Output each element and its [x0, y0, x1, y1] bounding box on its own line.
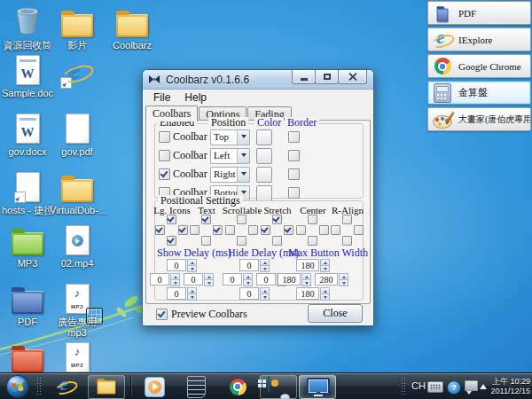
preview-coolbars-checkbox[interactable]	[156, 309, 168, 320]
show-delay-right-spinner[interactable]: 0	[184, 273, 214, 286]
maximize-button[interactable]	[315, 70, 339, 84]
spinner-value[interactable]: 0	[239, 259, 259, 271]
spin-down-button[interactable]	[243, 279, 253, 286]
max-width-top-spinner[interactable]: 180	[296, 259, 330, 271]
spinner-value[interactable]: 0	[167, 287, 186, 300]
coolbar1-enabled-checkbox[interactable]	[159, 131, 170, 143]
r-align-left-checkbox[interactable]	[331, 225, 340, 235]
stretch-left-checkbox[interactable]	[261, 225, 270, 235]
spin-down-button[interactable]	[260, 293, 270, 301]
spinner-value[interactable]: 180	[278, 273, 301, 286]
scrollable-top-checkbox[interactable]	[237, 215, 246, 224]
coolbar4-color-button[interactable]	[256, 185, 272, 201]
r-align-right-checkbox[interactable]	[354, 225, 364, 235]
text-left-checkbox[interactable]	[190, 225, 200, 235]
max-width-right-spinner[interactable]: 280	[315, 273, 348, 286]
coolbar-button-iexplore[interactable]: IExplore	[427, 27, 531, 51]
coolbar-button-calculator[interactable]: 金算盤	[427, 81, 531, 105]
taskbar-internet-explorer[interactable]	[50, 375, 82, 398]
lg-icons-top-checkbox[interactable]	[167, 215, 176, 224]
desktop-icon-mp3-folder[interactable]: MP3	[0, 223, 55, 269]
text-top-checkbox[interactable]	[201, 215, 211, 224]
spin-down-button[interactable]	[187, 265, 197, 272]
spin-down-button[interactable]	[320, 265, 330, 272]
stretch-top-checkbox[interactable]	[272, 215, 282, 224]
start-button[interactable]	[4, 373, 31, 399]
tray-device-caret-icon[interactable]	[466, 391, 472, 397]
spinner-value[interactable]: 0	[184, 273, 203, 286]
small-calculator-app-icon[interactable]	[86, 308, 103, 325]
tab-coolbars[interactable]: Coolbars	[145, 106, 198, 121]
scrollable-left-checkbox[interactable]	[225, 225, 235, 235]
desktop-icon-02-mp4[interactable]: 02.mp4	[50, 223, 105, 269]
taskbar-windows-explorer[interactable]	[88, 375, 125, 399]
desktop-icon-pdf-folder[interactable]: PDF	[0, 282, 55, 327]
lg-icons-left-checkbox[interactable]	[155, 225, 165, 235]
coolbar1-border-checkbox[interactable]	[288, 131, 300, 143]
coolbar-button-paint[interactable]: 大畫家(唐伯虎專用)	[427, 107, 531, 131]
quick-launch-grip[interactable]	[36, 377, 42, 396]
minimize-button[interactable]	[292, 70, 316, 84]
text-right-checkbox[interactable]	[213, 225, 223, 235]
taskbar-clock[interactable]: 上午 10:29 2011/12/15	[486, 377, 530, 396]
desktop-icon-sample-doc[interactable]: W Sample.doc	[0, 53, 55, 98]
hide-delay-left-spinner[interactable]: 0	[223, 273, 253, 286]
close-button[interactable]: Close	[308, 304, 363, 323]
dropdown-button[interactable]	[237, 130, 249, 145]
spin-down-button[interactable]	[204, 279, 214, 286]
spinner-value[interactable]: 180	[296, 287, 319, 300]
coolbar2-enabled-checkbox[interactable]	[159, 150, 170, 161]
stretch-bottom-checkbox[interactable]	[272, 236, 282, 246]
menu-file[interactable]: File	[146, 90, 177, 105]
desktop-icon-gov-docx[interactable]: W gov.docx	[0, 112, 55, 157]
center-left-checkbox[interactable]	[296, 225, 306, 235]
coolbar2-position-dropdown[interactable]: Left	[210, 148, 250, 164]
spinner-value[interactable]: 180	[296, 259, 319, 271]
dropdown-button[interactable]	[237, 168, 249, 182]
r-align-bottom-checkbox[interactable]	[342, 236, 352, 246]
coolbar2-color-button[interactable]	[256, 148, 272, 164]
desktop-icon-coolbarz-folder[interactable]: Coolbarz	[105, 5, 160, 51]
coolbar3-border-checkbox[interactable]	[288, 168, 300, 180]
coolbar-button-google-chrome[interactable]: Google Chrome	[427, 54, 531, 78]
desktop-icon-internet-explorer[interactable]	[50, 55, 105, 90]
show-delay-bottom-spinner[interactable]: 0	[167, 287, 197, 300]
max-width-bottom-spinner[interactable]: 180	[296, 287, 330, 300]
desktop-icon-virtualdub-folder[interactable]: VirtualDub-...	[50, 170, 105, 215]
dropdown-button[interactable]	[237, 149, 249, 163]
taskbar-notepad[interactable]	[179, 375, 213, 398]
coolbar3-color-button[interactable]	[256, 167, 272, 183]
spinner-value[interactable]: 0	[150, 273, 169, 286]
hide-delay-top-spinner[interactable]: 0	[239, 259, 270, 271]
center-top-checkbox[interactable]	[308, 215, 317, 224]
spinner-value[interactable]: 0	[239, 287, 259, 300]
spin-down-button[interactable]	[339, 279, 348, 286]
coolbar1-position-dropdown[interactable]: Top	[210, 129, 250, 145]
close-window-button[interactable]	[338, 70, 367, 84]
desktop-icon-recycle-bin[interactable]: 資源回收筒	[0, 5, 55, 51]
desktop-icon-gov-pdf[interactable]: gov.pdf	[50, 112, 105, 157]
center-right-checkbox[interactable]	[319, 225, 329, 235]
ime-help-icon[interactable]	[447, 380, 461, 395]
spinner-value[interactable]: 0	[256, 273, 276, 286]
coolbar3-position-dropdown[interactable]: Right	[210, 167, 250, 183]
tray-grip[interactable]	[401, 377, 406, 396]
show-delay-top-spinner[interactable]: 0	[167, 259, 197, 271]
taskbar-display-settings[interactable]	[260, 375, 297, 399]
spinner-value[interactable]: 0	[167, 259, 186, 271]
show-delay-left-spinner[interactable]: 0	[150, 273, 180, 286]
max-width-left-spinner[interactable]: 180	[278, 273, 311, 286]
taskbar-google-chrome[interactable]	[221, 375, 254, 398]
spin-down-button[interactable]	[170, 279, 180, 286]
desktop-icon-red-folder[interactable]	[0, 340, 55, 375]
desktop-icon-video-folder[interactable]: 影片	[50, 5, 105, 51]
desktop-icon-mp3-file[interactable]	[50, 340, 105, 375]
taskbar-media-player[interactable]	[137, 375, 171, 398]
spinner-value[interactable]: 280	[315, 273, 338, 286]
lg-icons-right-checkbox[interactable]	[178, 225, 188, 235]
coolbar2-border-checkbox[interactable]	[288, 150, 300, 161]
taskbar-coolbarz-monitor[interactable]	[299, 375, 336, 399]
spin-down-button[interactable]	[187, 293, 197, 301]
spin-down-button[interactable]	[301, 279, 311, 286]
input-language-indicator[interactable]: CH	[411, 380, 426, 391]
